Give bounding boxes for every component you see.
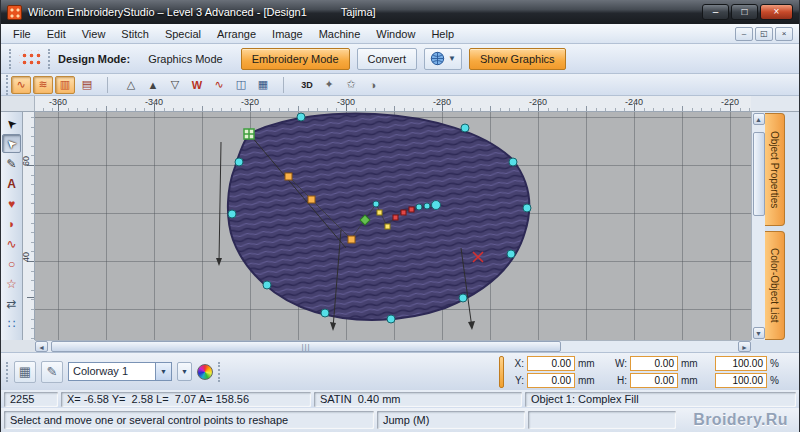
menu-item[interactable]: Window bbox=[368, 26, 423, 42]
toolbar-grip[interactable] bbox=[48, 49, 51, 69]
menu-item[interactable]: View bbox=[74, 26, 114, 42]
toolbar-grip[interactable] bbox=[6, 362, 9, 382]
toolbar-grip[interactable] bbox=[6, 75, 9, 95]
ruler-tick: 60 bbox=[21, 156, 31, 166]
colorway-value[interactable]: Colorway 1 bbox=[68, 362, 156, 381]
status-filler bbox=[528, 411, 676, 429]
menu-item[interactable]: Special bbox=[157, 26, 209, 42]
scale-y-input[interactable]: 100.00 bbox=[715, 373, 767, 388]
effects-icon[interactable]: ✦ bbox=[319, 76, 339, 94]
menu-item[interactable]: Edit bbox=[39, 26, 74, 42]
menu-item[interactable]: Help bbox=[423, 26, 462, 42]
horizontal-scroll-thumb[interactable]: ||| bbox=[51, 341, 561, 352]
hoop-globe-button[interactable]: ▼ bbox=[424, 48, 462, 70]
menu-item[interactable]: Machine bbox=[311, 26, 369, 42]
scroll-up-button[interactable]: ▲ bbox=[753, 113, 765, 125]
vertical-scroll-track[interactable] bbox=[753, 126, 765, 326]
column-fill-icon[interactable]: ◫ bbox=[231, 76, 251, 94]
mode-toolbar: Design Mode: Graphics Mode Embroidery Mo… bbox=[1, 44, 799, 74]
menu-item[interactable]: Stitch bbox=[113, 26, 157, 42]
design-canvas[interactable] bbox=[35, 112, 751, 340]
globe-icon bbox=[430, 51, 445, 66]
wave-effect-icon[interactable]: ∿ bbox=[209, 76, 229, 94]
hint-message: Select and move one or several control p… bbox=[4, 411, 374, 429]
colorway-options-button[interactable]: ▼ bbox=[177, 362, 192, 381]
mdi-minimize-button[interactable]: – bbox=[735, 27, 753, 41]
status-bar: 2255 X= -6.58 Y= 2.58 L= 7.07 A= 158.56 … bbox=[1, 390, 799, 408]
lettering-tool[interactable]: A bbox=[2, 174, 21, 193]
x-input[interactable]: 0.00 bbox=[527, 356, 575, 371]
toolbar-grip[interactable] bbox=[218, 362, 221, 382]
reshape-tool[interactable]: ➤ bbox=[2, 134, 21, 153]
ellipse-tool[interactable]: ○ bbox=[2, 254, 21, 273]
input-b-tool-icon[interactable]: ▲ bbox=[143, 76, 163, 94]
window-title-format: Tajima] bbox=[341, 6, 376, 18]
tatami-fill-icon[interactable]: ▤ bbox=[77, 76, 97, 94]
ruler-tick: -280 bbox=[433, 97, 451, 107]
scroll-left-button[interactable]: ◄ bbox=[35, 341, 48, 352]
horizontal-scrollbar[interactable]: ◄ ||| ► bbox=[35, 340, 751, 352]
colorway-select[interactable]: Colorway 1 ▼ bbox=[68, 362, 172, 381]
star-shape-icon[interactable]: ✩ bbox=[341, 76, 361, 94]
close-button[interactable]: × bbox=[760, 4, 793, 20]
show-graphics-button[interactable]: Show Graphics bbox=[469, 48, 566, 70]
select-tool[interactable]: ➤ bbox=[2, 114, 21, 133]
toolbar-grip[interactable] bbox=[9, 49, 12, 69]
scale-x-input[interactable]: 100.00 bbox=[715, 356, 767, 371]
y-input[interactable]: 0.00 bbox=[527, 373, 575, 388]
vertical-scrollbar[interactable]: ▲ ▼ bbox=[751, 112, 765, 340]
scroll-right-button[interactable]: ► bbox=[738, 341, 751, 352]
mdi-restore-button[interactable]: ◱ bbox=[755, 27, 773, 41]
menu-item[interactable]: Arrange bbox=[209, 26, 264, 42]
satin-stitch-icon[interactable]: ▥ bbox=[55, 76, 75, 94]
palette-edit-icon[interactable]: ✎ bbox=[41, 361, 63, 383]
h-input[interactable]: 0.00 bbox=[630, 373, 678, 388]
maximize-button[interactable]: □ bbox=[731, 4, 758, 20]
transform-panel: X: 0.00 mm W: 0.00 mm 100.00 % Y: 0.00 m… bbox=[509, 356, 794, 388]
tab-object-properties[interactable]: Object Properties bbox=[765, 113, 785, 226]
menu-item[interactable]: Image bbox=[264, 26, 311, 42]
graphics-mode-button[interactable]: Graphics Mode bbox=[137, 48, 234, 70]
transform-panel-grip[interactable] bbox=[499, 356, 504, 388]
scroll-down-button[interactable]: ▼ bbox=[753, 327, 765, 339]
vertical-scroll-thumb[interactable] bbox=[753, 132, 765, 216]
ruler-tick: -240 bbox=[625, 97, 643, 107]
complex-fill-object[interactable] bbox=[228, 114, 529, 320]
w-input[interactable]: 0.00 bbox=[630, 356, 678, 371]
run-stitch-icon[interactable]: ∿ bbox=[11, 76, 31, 94]
embroidery-design[interactable] bbox=[35, 112, 751, 340]
mdi-close-button[interactable]: × bbox=[775, 27, 793, 41]
separator[interactable] bbox=[275, 76, 295, 94]
mesh-fill-icon[interactable]: ▦ bbox=[253, 76, 273, 94]
3d-mode-icon[interactable]: 3D bbox=[297, 76, 317, 94]
convert-button[interactable]: Convert bbox=[357, 48, 418, 70]
input-c-tool-icon[interactable]: ▽ bbox=[165, 76, 185, 94]
color-wheel-icon[interactable] bbox=[197, 364, 213, 380]
stitch-count: 2255 bbox=[4, 392, 58, 407]
toolbar-icon-glyph: 3D bbox=[301, 80, 313, 90]
tool-glyph: ☆ bbox=[6, 277, 17, 291]
zigzag-stitch-icon[interactable]: ≋ bbox=[33, 76, 53, 94]
fill-shape-tool[interactable]: ♥ bbox=[2, 194, 21, 213]
tab-color-object-list[interactable]: Color-Object List bbox=[765, 231, 785, 340]
embroidery-mode-button[interactable]: Embroidery Mode bbox=[241, 48, 350, 70]
horizontal-scroll-track[interactable]: ||| bbox=[48, 341, 738, 352]
dropdown-arrow-icon[interactable]: ▼ bbox=[156, 362, 172, 381]
toolbar-icon-glyph bbox=[107, 77, 111, 93]
palette-grid-icon[interactable]: ▦ bbox=[14, 361, 36, 383]
closed-shape-tool[interactable]: ◗ bbox=[2, 214, 21, 233]
open-shape-tool[interactable]: ∿ bbox=[2, 234, 21, 253]
minimize-button[interactable]: – bbox=[702, 4, 729, 20]
freehand-tool[interactable]: ✎ bbox=[2, 154, 21, 173]
x-unit: mm bbox=[578, 358, 598, 369]
separator[interactable] bbox=[99, 76, 119, 94]
panel-edge bbox=[787, 112, 799, 340]
menu-item[interactable]: File bbox=[5, 26, 39, 42]
node-edit-tool[interactable]: ∷ bbox=[2, 314, 21, 333]
stitch-types-icon[interactable] bbox=[19, 50, 41, 67]
contrast-icon[interactable]: ◑ bbox=[363, 76, 383, 94]
star-tool[interactable]: ☆ bbox=[2, 274, 21, 293]
input-a-tool-icon[interactable]: △ bbox=[121, 76, 141, 94]
mirror-tool[interactable]: ⇄ bbox=[2, 294, 21, 313]
lettering-tool-icon[interactable]: W bbox=[187, 76, 207, 94]
